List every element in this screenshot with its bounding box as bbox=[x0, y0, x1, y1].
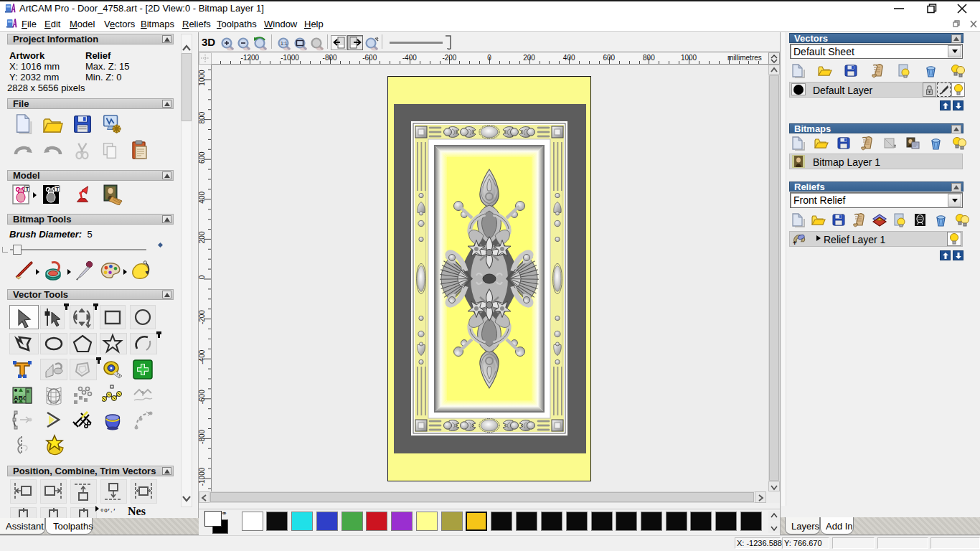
svg-text:T: T bbox=[26, 186, 29, 192]
svg-text:-800: -800 bbox=[199, 429, 206, 443]
svg-text:1000: 1000 bbox=[199, 70, 206, 86]
svg-text:+: + bbox=[793, 240, 796, 247]
svg-text:1:1: 1:1 bbox=[281, 41, 288, 46]
svg-text:B: B bbox=[27, 390, 29, 394]
svg-text:T: T bbox=[56, 186, 60, 192]
svg-text:-400: -400 bbox=[199, 349, 206, 364]
svg-text:-1000: -1000 bbox=[199, 467, 206, 486]
svg-text:400: 400 bbox=[199, 192, 206, 204]
svg-text:800: 800 bbox=[199, 111, 206, 123]
svg-text:0: 0 bbox=[199, 275, 206, 279]
svg-text:-600: -600 bbox=[199, 390, 206, 404]
svg-text:600: 600 bbox=[199, 151, 206, 164]
svg-text:200: 200 bbox=[199, 231, 206, 243]
svg-text:-200: -200 bbox=[199, 310, 206, 324]
